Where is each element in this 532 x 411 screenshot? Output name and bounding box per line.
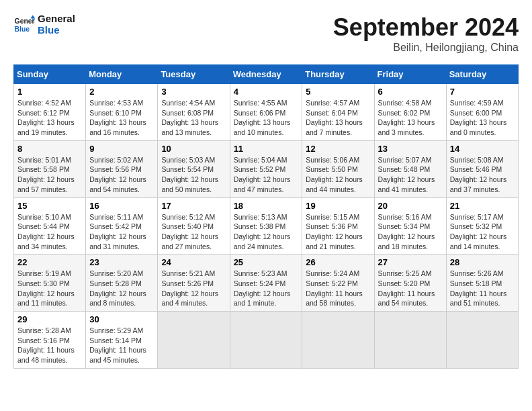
day-info: Sunrise: 5:23 AM Sunset: 5:24 PM Dayligh… xyxy=(234,269,299,308)
calendar-cell: 3 Sunrise: 4:54 AM Sunset: 6:08 PM Dayli… xyxy=(158,84,230,141)
logo: General Blue General Blue xyxy=(13,13,75,36)
calendar-cell xyxy=(230,312,302,369)
calendar-cell: 12 Sunrise: 5:06 AM Sunset: 5:50 PM Dayl… xyxy=(302,140,374,197)
calendar-cell: 17 Sunrise: 5:12 AM Sunset: 5:40 PM Dayl… xyxy=(158,197,230,255)
title-block: September 2024 Beilin, Heilongjiang, Chi… xyxy=(333,13,519,54)
day-number: 1 xyxy=(17,87,82,97)
calendar-cell xyxy=(374,312,446,369)
calendar-week-3: 15 Sunrise: 5:10 AM Sunset: 5:44 PM Dayl… xyxy=(14,197,519,255)
day-info: Sunrise: 5:02 AM Sunset: 5:56 PM Dayligh… xyxy=(89,155,154,195)
calendar-cell: 6 Sunrise: 4:58 AM Sunset: 6:02 PM Dayli… xyxy=(374,84,446,141)
calendar-cell: 18 Sunrise: 5:13 AM Sunset: 5:38 PM Dayl… xyxy=(230,197,302,255)
calendar-cell: 27 Sunrise: 5:25 AM Sunset: 5:20 PM Dayl… xyxy=(374,255,446,312)
calendar-cell: 1 Sunrise: 4:52 AM Sunset: 6:12 PM Dayli… xyxy=(14,84,86,141)
day-number: 17 xyxy=(161,201,226,211)
calendar-cell: 13 Sunrise: 5:07 AM Sunset: 5:48 PM Dayl… xyxy=(374,140,446,197)
day-info: Sunrise: 4:57 AM Sunset: 6:04 PM Dayligh… xyxy=(306,98,370,138)
calendar-week-1: 1 Sunrise: 4:52 AM Sunset: 6:12 PM Dayli… xyxy=(14,84,519,141)
calendar-week-5: 29 Sunrise: 5:28 AM Sunset: 5:16 PM Dayl… xyxy=(14,312,519,369)
day-info: Sunrise: 4:52 AM Sunset: 6:12 PM Dayligh… xyxy=(17,98,82,138)
day-info: Sunrise: 5:28 AM Sunset: 5:16 PM Dayligh… xyxy=(17,326,82,365)
day-number: 11 xyxy=(234,144,299,154)
svg-text:General: General xyxy=(15,17,35,25)
day-info: Sunrise: 5:21 AM Sunset: 5:26 PM Dayligh… xyxy=(161,269,226,308)
day-number: 7 xyxy=(450,87,515,97)
day-number: 14 xyxy=(450,144,515,154)
day-info: Sunrise: 4:55 AM Sunset: 6:06 PM Dayligh… xyxy=(234,98,299,138)
day-number: 21 xyxy=(450,201,515,211)
day-number: 9 xyxy=(89,144,154,154)
calendar-cell xyxy=(302,312,374,369)
day-number: 4 xyxy=(234,87,299,97)
calendar-cell: 7 Sunrise: 4:59 AM Sunset: 6:00 PM Dayli… xyxy=(446,84,518,141)
day-info: Sunrise: 5:24 AM Sunset: 5:22 PM Dayligh… xyxy=(306,269,370,308)
day-number: 25 xyxy=(234,257,299,267)
calendar-cell xyxy=(158,312,230,369)
day-number: 18 xyxy=(234,201,299,211)
day-info: Sunrise: 4:54 AM Sunset: 6:08 PM Dayligh… xyxy=(161,98,226,138)
day-info: Sunrise: 4:59 AM Sunset: 6:00 PM Dayligh… xyxy=(450,98,515,138)
header-friday: Friday xyxy=(374,65,446,84)
calendar-cell: 21 Sunrise: 5:17 AM Sunset: 5:32 PM Dayl… xyxy=(446,197,518,255)
header-thursday: Thursday xyxy=(302,65,374,84)
day-info: Sunrise: 5:12 AM Sunset: 5:40 PM Dayligh… xyxy=(161,212,226,252)
calendar-cell: 29 Sunrise: 5:28 AM Sunset: 5:16 PM Dayl… xyxy=(14,312,86,369)
day-number: 3 xyxy=(161,87,226,97)
calendar-cell: 30 Sunrise: 5:29 AM Sunset: 5:14 PM Dayl… xyxy=(86,312,158,369)
calendar-cell: 10 Sunrise: 5:03 AM Sunset: 5:54 PM Dayl… xyxy=(158,140,230,197)
logo-icon: General Blue xyxy=(13,14,35,36)
calendar-cell: 4 Sunrise: 4:55 AM Sunset: 6:06 PM Dayli… xyxy=(230,84,302,141)
calendar-cell: 23 Sunrise: 5:20 AM Sunset: 5:28 PM Dayl… xyxy=(86,255,158,312)
day-info: Sunrise: 5:04 AM Sunset: 5:52 PM Dayligh… xyxy=(234,155,299,195)
header-wednesday: Wednesday xyxy=(230,65,302,84)
day-number: 19 xyxy=(306,201,370,211)
day-number: 27 xyxy=(378,257,443,267)
day-info: Sunrise: 5:20 AM Sunset: 5:28 PM Dayligh… xyxy=(89,269,154,308)
logo-line1: General xyxy=(38,13,75,25)
calendar-cell: 22 Sunrise: 5:19 AM Sunset: 5:30 PM Dayl… xyxy=(14,255,86,312)
calendar-cell: 15 Sunrise: 5:10 AM Sunset: 5:44 PM Dayl… xyxy=(14,197,86,255)
day-info: Sunrise: 5:11 AM Sunset: 5:42 PM Dayligh… xyxy=(89,212,154,252)
day-info: Sunrise: 5:07 AM Sunset: 5:48 PM Dayligh… xyxy=(378,155,443,195)
calendar-cell xyxy=(446,312,518,369)
day-info: Sunrise: 5:26 AM Sunset: 5:18 PM Dayligh… xyxy=(450,269,515,308)
header-sunday: Sunday xyxy=(14,65,86,84)
calendar-cell: 8 Sunrise: 5:01 AM Sunset: 5:58 PM Dayli… xyxy=(14,140,86,197)
calendar-cell: 16 Sunrise: 5:11 AM Sunset: 5:42 PM Dayl… xyxy=(86,197,158,255)
day-info: Sunrise: 5:06 AM Sunset: 5:50 PM Dayligh… xyxy=(306,155,370,195)
day-info: Sunrise: 5:19 AM Sunset: 5:30 PM Dayligh… xyxy=(17,269,82,308)
header-tuesday: Tuesday xyxy=(158,65,230,84)
calendar-cell: 11 Sunrise: 5:04 AM Sunset: 5:52 PM Dayl… xyxy=(230,140,302,197)
day-info: Sunrise: 5:01 AM Sunset: 5:58 PM Dayligh… xyxy=(17,155,82,195)
calendar-cell: 2 Sunrise: 4:53 AM Sunset: 6:10 PM Dayli… xyxy=(86,84,158,141)
day-info: Sunrise: 5:10 AM Sunset: 5:44 PM Dayligh… xyxy=(17,212,82,252)
day-number: 8 xyxy=(17,144,82,154)
day-number: 23 xyxy=(89,257,154,267)
calendar-week-2: 8 Sunrise: 5:01 AM Sunset: 5:58 PM Dayli… xyxy=(14,140,519,197)
day-info: Sunrise: 5:03 AM Sunset: 5:54 PM Dayligh… xyxy=(161,155,226,195)
calendar-cell: 9 Sunrise: 5:02 AM Sunset: 5:56 PM Dayli… xyxy=(86,140,158,197)
day-info: Sunrise: 5:29 AM Sunset: 5:14 PM Dayligh… xyxy=(89,326,154,365)
calendar-cell: 26 Sunrise: 5:24 AM Sunset: 5:22 PM Dayl… xyxy=(302,255,374,312)
day-info: Sunrise: 4:58 AM Sunset: 6:02 PM Dayligh… xyxy=(378,98,443,138)
calendar-table: SundayMondayTuesdayWednesdayThursdayFrid… xyxy=(13,64,519,369)
day-number: 20 xyxy=(378,201,443,211)
day-number: 15 xyxy=(17,201,82,211)
day-number: 13 xyxy=(378,144,443,154)
day-number: 5 xyxy=(306,87,370,97)
day-number: 12 xyxy=(306,144,370,154)
location-subtitle: Beilin, Heilongjiang, China xyxy=(333,42,519,54)
day-number: 28 xyxy=(450,257,515,267)
calendar-cell: 14 Sunrise: 5:08 AM Sunset: 5:46 PM Dayl… xyxy=(446,140,518,197)
day-number: 22 xyxy=(17,257,82,267)
calendar-cell: 24 Sunrise: 5:21 AM Sunset: 5:26 PM Dayl… xyxy=(158,255,230,312)
calendar-cell: 20 Sunrise: 5:16 AM Sunset: 5:34 PM Dayl… xyxy=(374,197,446,255)
day-info: Sunrise: 5:15 AM Sunset: 5:36 PM Dayligh… xyxy=(306,212,370,252)
day-info: Sunrise: 4:53 AM Sunset: 6:10 PM Dayligh… xyxy=(89,98,154,138)
calendar-cell: 28 Sunrise: 5:26 AM Sunset: 5:18 PM Dayl… xyxy=(446,255,518,312)
calendar-cell: 5 Sunrise: 4:57 AM Sunset: 6:04 PM Dayli… xyxy=(302,84,374,141)
header-monday: Monday xyxy=(86,65,158,84)
day-number: 2 xyxy=(89,87,154,97)
calendar-header-row: SundayMondayTuesdayWednesdayThursdayFrid… xyxy=(14,65,519,84)
calendar-cell: 19 Sunrise: 5:15 AM Sunset: 5:36 PM Dayl… xyxy=(302,197,374,255)
